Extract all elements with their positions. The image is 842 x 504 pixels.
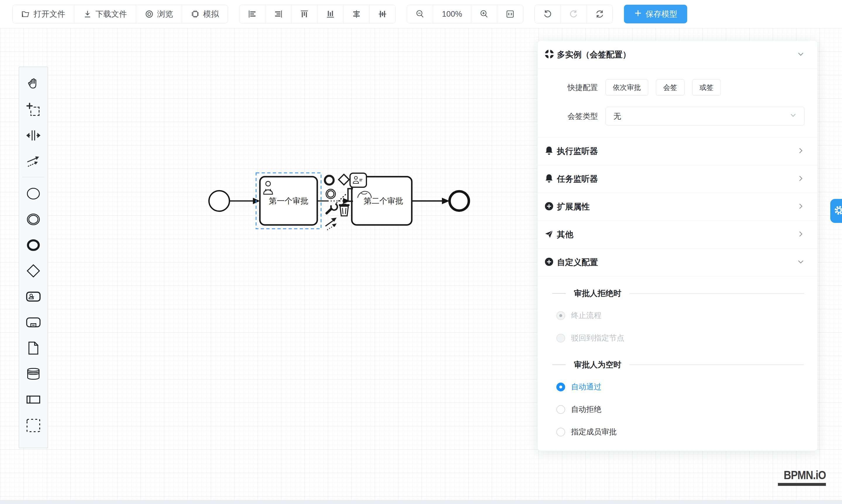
section-label: 任务监听器 <box>557 174 598 184</box>
radio-icon <box>556 334 565 343</box>
open-file-label: 打开文件 <box>34 9 65 19</box>
connect-arrows-icon[interactable] <box>326 218 337 230</box>
send-icon <box>544 229 554 240</box>
delete-trash-icon[interactable] <box>339 204 349 216</box>
preview-button[interactable]: 浏览 <box>136 5 182 23</box>
section-task-listener[interactable]: 任务监听器 <box>538 165 818 193</box>
zoom-in-icon <box>479 10 489 19</box>
file-button-group: 打开文件 下载文件 浏览 模拟 <box>12 5 228 23</box>
create-group[interactable] <box>21 412 46 438</box>
align-top-icon <box>300 10 309 19</box>
panel-header-multi-instance[interactable]: 多实例（会签配置） <box>538 41 818 69</box>
align-center-vertical-icon <box>378 10 387 19</box>
user-task-node-1[interactable]: 第一个审批 <box>260 177 317 225</box>
quick-config-parallel-button[interactable]: 会签 <box>656 79 685 96</box>
quick-config-label: 快捷配置 <box>538 83 598 93</box>
history-button-group <box>534 5 613 23</box>
chevron-down-icon <box>797 50 805 59</box>
simulate-label: 模拟 <box>203 9 219 19</box>
hand-tool[interactable] <box>21 71 46 97</box>
sequence-flow-1[interactable] <box>230 198 260 204</box>
align-center-horizontal-button[interactable] <box>344 5 370 23</box>
align-bottom-button[interactable] <box>318 5 344 23</box>
plus-icon <box>634 9 642 19</box>
multi-type-select[interactable]: 无 <box>606 107 805 125</box>
undo-icon <box>543 10 552 19</box>
save-model-button[interactable]: 保存模型 <box>624 5 687 23</box>
refresh-button[interactable] <box>587 5 613 23</box>
sequence-flow-2[interactable] <box>317 198 350 204</box>
zoom-level[interactable]: 100% <box>433 5 471 23</box>
gear-icon <box>833 204 842 217</box>
align-right-icon <box>274 10 283 19</box>
start-event-node[interactable] <box>209 191 229 211</box>
chevron-down-icon <box>797 258 805 267</box>
download-file-button[interactable]: 下载文件 <box>74 5 136 23</box>
radio-auto-reject[interactable]: 自动拒绝 <box>556 404 818 414</box>
horizontal-scrollbar[interactable] <box>0 500 842 504</box>
zoom-out-button[interactable] <box>407 5 433 23</box>
multi-instance-config: 快捷配置 依次审批 会签 或签 会签类型 无 <box>538 69 818 138</box>
append-intermediate-event-icon[interactable] <box>326 189 335 199</box>
radio-assign-member[interactable]: 指定成员审批 <box>556 427 818 437</box>
redo-icon <box>569 10 578 19</box>
settings-wrench-icon[interactable] <box>327 204 337 213</box>
panel-title: 多实例（会签配置） <box>557 49 631 60</box>
append-end-event-icon[interactable] <box>325 176 334 184</box>
section-label: 自定义配置 <box>557 257 598 268</box>
align-center-vertical-button[interactable] <box>370 5 396 23</box>
redo-button[interactable] <box>561 5 587 23</box>
radio-return-to-node[interactable]: 驳回到指定节点 <box>556 333 818 343</box>
task-2-label: 第二个审批 <box>364 197 403 205</box>
save-model-label: 保存模型 <box>646 9 677 19</box>
custom-config-content: 审批人拒绝时 终止流程 驳回到指定节点 审批人为空时 自动通过 <box>538 276 818 437</box>
plus-circle-icon <box>544 257 554 268</box>
divider-title: 审批人拒绝时 <box>574 288 621 299</box>
quick-config-sequential-button[interactable]: 依次审批 <box>606 79 648 96</box>
preview-label: 浏览 <box>157 9 173 19</box>
simulate-button[interactable]: 模拟 <box>182 5 228 23</box>
end-event-node[interactable] <box>450 191 469 211</box>
append-user-task-icon[interactable] <box>350 173 366 187</box>
open-file-button[interactable]: 打开文件 <box>13 5 74 23</box>
align-right-button[interactable] <box>265 5 292 23</box>
undo-button[interactable] <box>535 5 561 23</box>
section-execution-listener[interactable]: 执行监听器 <box>538 138 818 165</box>
align-button-group <box>239 5 396 23</box>
settings-drawer-toggle[interactable] <box>830 199 842 223</box>
bpmn-io-logo[interactable]: BPMN.iO <box>778 469 826 486</box>
space-tool[interactable] <box>21 123 46 148</box>
radio-icon <box>556 383 565 391</box>
create-user-task[interactable] <box>21 284 46 309</box>
section-custom-config[interactable]: 自定义配置 <box>538 249 818 276</box>
align-left-button[interactable] <box>240 5 265 23</box>
global-connect-tool[interactable] <box>21 148 46 174</box>
radio-auto-pass[interactable]: 自动通过 <box>556 382 818 392</box>
zoom-in-button[interactable] <box>471 5 497 23</box>
section-label: 扩展属性 <box>557 201 590 212</box>
eye-icon <box>145 10 154 18</box>
fit-viewport-button[interactable] <box>497 5 523 23</box>
create-gateway[interactable] <box>21 258 46 284</box>
create-end-event[interactable] <box>21 232 46 258</box>
section-extension-properties[interactable]: 扩展属性 <box>538 193 818 221</box>
create-subprocess[interactable] <box>21 309 46 335</box>
create-data-object[interactable] <box>21 335 46 361</box>
properties-panel: 多实例（会签配置） 快捷配置 依次审批 会签 或签 会签类型 无 <box>537 40 818 451</box>
zoom-button-group: 100% <box>407 5 523 23</box>
radio-icon <box>556 405 565 414</box>
quick-config-any-button[interactable]: 或签 <box>692 79 721 96</box>
create-intermediate-event[interactable] <box>21 206 46 232</box>
multi-type-label: 会签类型 <box>538 111 598 121</box>
create-data-store[interactable] <box>21 361 46 387</box>
lasso-tool[interactable] <box>21 97 46 123</box>
radio-terminate-process[interactable]: 终止流程 <box>556 310 818 321</box>
create-start-event[interactable] <box>21 181 46 206</box>
append-gateway-icon[interactable] <box>339 174 349 185</box>
section-other[interactable]: 其他 <box>538 221 818 249</box>
divider-title: 审批人为空时 <box>574 360 621 370</box>
align-left-icon <box>248 10 257 19</box>
create-participant[interactable] <box>21 387 46 412</box>
sequence-flow-3[interactable] <box>412 198 450 204</box>
align-top-button[interactable] <box>292 5 318 23</box>
